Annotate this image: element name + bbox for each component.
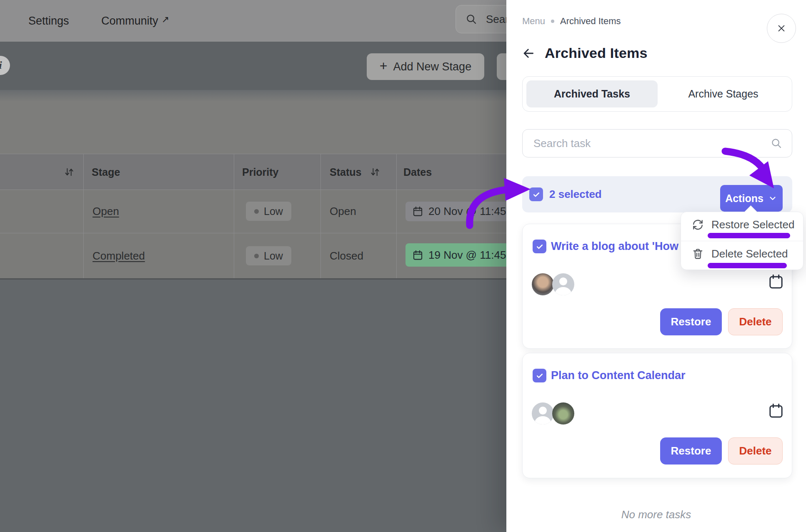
priority-badge: Low xyxy=(246,202,291,221)
close-icon xyxy=(776,22,787,34)
table-row: Completed Low Closed 19 Nov @ 11:45 xyxy=(0,233,506,278)
calendar-icon xyxy=(412,250,423,261)
nav-settings-link[interactable]: Settings xyxy=(28,0,69,42)
sort-icon[interactable] xyxy=(63,154,75,190)
calendar-icon xyxy=(412,206,423,217)
sort-icon[interactable] xyxy=(369,154,381,190)
info-icon[interactable]: i xyxy=(0,56,10,75)
no-more-tasks-label: No more tasks xyxy=(506,508,806,521)
restore-button[interactable]: Restore xyxy=(660,308,722,335)
avatar-placeholder xyxy=(552,273,574,295)
table-row: Open Low Open 20 Nov @ 11:45 p xyxy=(0,190,506,233)
date-label: 19 Nov @ 11:45 xyxy=(428,249,506,262)
actions-label: Actions xyxy=(725,192,763,205)
annotation-underline xyxy=(708,263,787,268)
restore-icon xyxy=(692,219,704,231)
restore-button[interactable]: Restore xyxy=(660,437,722,465)
select-all-checkbox[interactable] xyxy=(529,187,543,201)
assignee-avatars xyxy=(532,402,574,425)
assignee-avatars xyxy=(532,273,574,295)
external-link-icon: ↗ xyxy=(162,14,169,25)
nav-community-link[interactable]: Community ↗ xyxy=(101,0,169,42)
stage-cell-link[interactable]: Completed xyxy=(93,233,145,279)
avatar xyxy=(532,273,554,295)
calendar-icon[interactable] xyxy=(768,272,784,291)
search-input[interactable] xyxy=(533,137,770,150)
search-icon xyxy=(465,13,478,25)
tab-archive-stages[interactable]: Archive Stages xyxy=(658,80,789,107)
date-cell[interactable]: 19 Nov @ 11:45 xyxy=(406,243,506,267)
breadcrumb: Menu Archived Items xyxy=(522,16,621,27)
priority-label: Low xyxy=(264,250,283,262)
page-title: Archived Items xyxy=(545,45,648,61)
plus-icon: + xyxy=(380,58,388,74)
task-title-link[interactable]: Plan to Content Calendar xyxy=(551,364,784,387)
selected-count-label: 2 selected xyxy=(549,176,602,212)
nav-community-label: Community xyxy=(101,15,158,27)
tasks-table: Stage Priority Status Dates Open Low xyxy=(0,154,506,280)
status-cell: Open xyxy=(330,190,356,233)
avatar-placeholder xyxy=(532,402,554,425)
stage-cell-link[interactable]: Open xyxy=(93,190,119,233)
column-header-stage[interactable]: Stage xyxy=(92,154,120,190)
priority-dot-icon xyxy=(254,254,259,258)
add-new-stage-label: Add New Stage xyxy=(393,60,472,73)
priority-label: Low xyxy=(264,205,283,217)
check-icon xyxy=(536,242,544,251)
breadcrumb-menu[interactable]: Menu xyxy=(522,16,545,27)
archive-tabs: Archived Tasks Archive Stages xyxy=(522,76,792,112)
board-canvas xyxy=(0,90,506,154)
nav-search-input[interactable]: Searc xyxy=(456,5,506,33)
app-root: Settings Community ↗ Searc i + Add New S… xyxy=(0,0,806,532)
delete-button[interactable]: Delete xyxy=(728,437,783,465)
breadcrumb-dot-icon xyxy=(551,20,554,23)
priority-dot-icon xyxy=(254,209,259,214)
back-arrow-icon[interactable] xyxy=(521,46,536,60)
menu-item-label: Delete Selected xyxy=(711,247,788,260)
annotation-underline xyxy=(708,233,790,238)
date-cell[interactable]: 20 Nov @ 11:45 p xyxy=(406,202,506,221)
search-icon xyxy=(770,137,783,150)
background-app: Settings Community ↗ Searc i + Add New S… xyxy=(0,0,506,532)
add-new-stage-button[interactable]: + Add New Stage xyxy=(367,53,484,80)
chevron-down-icon xyxy=(768,193,778,203)
nav-search-text: Searc xyxy=(486,13,506,26)
status-cell: Closed xyxy=(330,233,363,279)
check-icon xyxy=(536,372,544,380)
column-header-priority[interactable]: Priority xyxy=(242,154,279,190)
avatar xyxy=(552,402,574,425)
archived-task-card: Plan to Content Calendar Restore Delete xyxy=(522,353,792,478)
trash-icon xyxy=(692,248,704,260)
date-label: 20 Nov @ 11:45 p xyxy=(428,205,506,218)
actions-dropdown-menu: Restore Selected Delete Selected xyxy=(681,212,803,270)
priority-badge: Low xyxy=(246,246,291,265)
board-toolbar: i + Add New Stage xyxy=(0,42,506,91)
column-header-dates[interactable]: Dates xyxy=(403,154,432,190)
menu-item-label: Restore Selected xyxy=(711,218,794,231)
close-panel-button[interactable] xyxy=(767,14,796,43)
table-header-row: Stage Priority Status Dates xyxy=(0,154,506,190)
task-search xyxy=(522,129,792,157)
breadcrumb-current: Archived Items xyxy=(560,16,621,27)
board-view-button[interactable] xyxy=(497,53,506,80)
top-nav: Settings Community ↗ Searc xyxy=(0,0,506,42)
calendar-icon[interactable] xyxy=(768,402,784,420)
check-icon xyxy=(532,190,541,199)
column-header-status[interactable]: Status xyxy=(330,154,361,190)
tab-archived-tasks[interactable]: Archived Tasks xyxy=(526,80,658,107)
task-checkbox[interactable] xyxy=(533,240,546,253)
delete-button[interactable]: Delete xyxy=(728,308,783,335)
task-checkbox[interactable] xyxy=(533,369,546,382)
